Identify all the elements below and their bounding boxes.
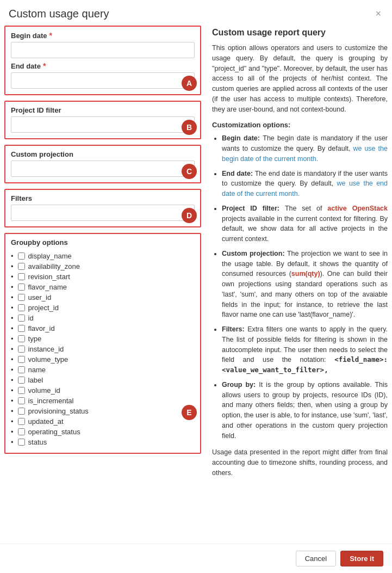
end-date-required: * <box>43 61 46 70</box>
list-item: Custom projection: The projection we wan… <box>222 249 388 320</box>
badge-e: E <box>182 405 197 420</box>
groupby-title: Groupby options <box>11 238 195 247</box>
groupby-field-label: provisioning_status <box>28 407 89 415</box>
list-item: project_id <box>11 303 195 313</box>
end-date-field: End date * <box>11 61 195 89</box>
groupby-field-label: operating_status <box>28 428 80 436</box>
list-item: Project ID filter: The set of active Ope… <box>222 204 388 244</box>
groupby-field-label: user_id <box>28 293 52 301</box>
checkbox-updated_at[interactable] <box>18 418 25 425</box>
groupby-field-label: name <box>28 366 46 374</box>
checkbox-volume_id[interactable] <box>18 387 25 394</box>
list-item: revision_start <box>11 272 195 282</box>
groupby-field-label: flavor_name <box>28 283 67 291</box>
groupby-field-label: volume_type <box>28 355 69 363</box>
list-item: updated_at <box>11 416 195 427</box>
dialog-header: Custom usage query × <box>0 0 392 26</box>
checkbox-volume_type[interactable] <box>18 356 25 363</box>
list-item: End date: The end date is mandatory if t… <box>222 169 388 199</box>
list-item: user_id <box>11 292 195 303</box>
custom-projection-input[interactable] <box>11 161 195 177</box>
groupby-list: display_nameavailability_zonerevision_st… <box>11 251 195 447</box>
close-button[interactable]: × <box>373 8 383 20</box>
list-item: Group by: It is the group by options ava… <box>222 380 388 441</box>
checkbox-name[interactable] <box>18 366 25 373</box>
dialog-footer: Cancel Store it <box>0 544 392 573</box>
section-custom-projection: Custom projection C <box>4 145 201 183</box>
checkbox-availability_zone[interactable] <box>18 263 25 270</box>
info-footer: Usage data presented in the report might… <box>212 447 388 478</box>
badge-d: D <box>182 208 197 223</box>
groupby-field-label: project_id <box>28 304 59 312</box>
groupby-field-label: flavor_id <box>28 324 55 332</box>
list-item: provisioning_status <box>11 406 195 416</box>
list-item: type <box>11 334 195 344</box>
checkbox-label[interactable] <box>18 377 25 384</box>
store-button[interactable]: Store it <box>340 551 383 566</box>
groupby-field-label: revision_start <box>28 273 70 281</box>
checkbox-id[interactable] <box>18 315 25 322</box>
filters-input[interactable] <box>11 205 195 221</box>
groupby-field-label: instance_id <box>28 345 64 353</box>
dialog-body: Begin date * End date * A <box>0 26 392 483</box>
badge-c: C <box>182 164 197 179</box>
list-item: operating_status <box>11 427 195 437</box>
begin-date-input[interactable] <box>11 42 195 58</box>
badge-b: B <box>182 120 197 135</box>
list-item: label <box>11 375 195 385</box>
list-item: Filters: Extra filters one wants to appl… <box>222 324 388 375</box>
list-item: display_name <box>11 251 195 261</box>
groupby-field-label: volume_id <box>28 386 60 395</box>
groupby-field-label: is_incremental <box>28 397 74 405</box>
project-id-input[interactable] <box>11 116 195 133</box>
end-date-input[interactable] <box>11 72 195 89</box>
section-groupby: Groupby options display_nameavailability… <box>4 233 201 454</box>
groupby-field-label: display_name <box>28 252 72 260</box>
dialog-title: Custom usage query <box>9 8 109 20</box>
list-item: flavor_name <box>11 282 195 292</box>
checkbox-provisioning_status[interactable] <box>18 408 25 415</box>
info-intro: This option allows operators and users t… <box>212 43 388 114</box>
customization-title: Customization options: <box>212 121 388 129</box>
list-item: availability_zone <box>11 261 195 272</box>
end-date-label: End date * <box>11 61 195 70</box>
groupby-field-label: status <box>28 438 47 446</box>
checkbox-flavor_id[interactable] <box>18 325 25 332</box>
section-project-id: Project ID filter B <box>4 101 201 139</box>
checkbox-status[interactable] <box>18 439 25 446</box>
checkbox-revision_start[interactable] <box>18 273 25 280</box>
checkbox-display_name[interactable] <box>18 252 25 260</box>
list-item: id <box>11 313 195 323</box>
groupby-field-label: availability_zone <box>28 262 80 270</box>
begin-date-label: Begin date * <box>11 31 195 40</box>
checkbox-type[interactable] <box>18 335 25 342</box>
checkbox-instance_id[interactable] <box>18 346 25 353</box>
customization-list: Begin date: The begin date is mandatory … <box>212 133 388 441</box>
right-panel: Custom usage report query This option al… <box>206 26 388 478</box>
list-item: instance_id <box>11 344 195 354</box>
section-filters: Filters D <box>4 189 201 227</box>
checkbox-project_id[interactable] <box>18 304 25 311</box>
badge-a: A <box>182 76 197 91</box>
list-item: flavor_id <box>11 323 195 334</box>
groupby-field-label: type <box>28 335 42 343</box>
list-item: status <box>11 437 195 447</box>
left-panel: Begin date * End date * A <box>4 26 206 478</box>
groupby-field-label: label <box>28 376 43 384</box>
list-item: volume_id <box>11 385 195 396</box>
begin-date-required: * <box>49 31 52 40</box>
filters-label: Filters <box>11 194 195 202</box>
begin-date-field: Begin date * <box>11 31 195 58</box>
dates-fields: Begin date * End date * <box>11 31 195 89</box>
groupby-field-label: updated_at <box>28 417 64 426</box>
cancel-button[interactable]: Cancel <box>296 551 336 566</box>
checkbox-flavor_name[interactable] <box>18 284 25 291</box>
info-title: Custom usage report query <box>212 28 388 38</box>
section-dates: Begin date * End date * A <box>4 26 201 95</box>
list-item: volume_type <box>11 354 195 365</box>
checkbox-user_id[interactable] <box>18 294 25 301</box>
list-item: is_incremental <box>11 396 195 406</box>
custom-projection-label: Custom projection <box>11 150 195 158</box>
checkbox-operating_status[interactable] <box>18 428 25 435</box>
checkbox-is_incremental[interactable] <box>18 397 25 404</box>
